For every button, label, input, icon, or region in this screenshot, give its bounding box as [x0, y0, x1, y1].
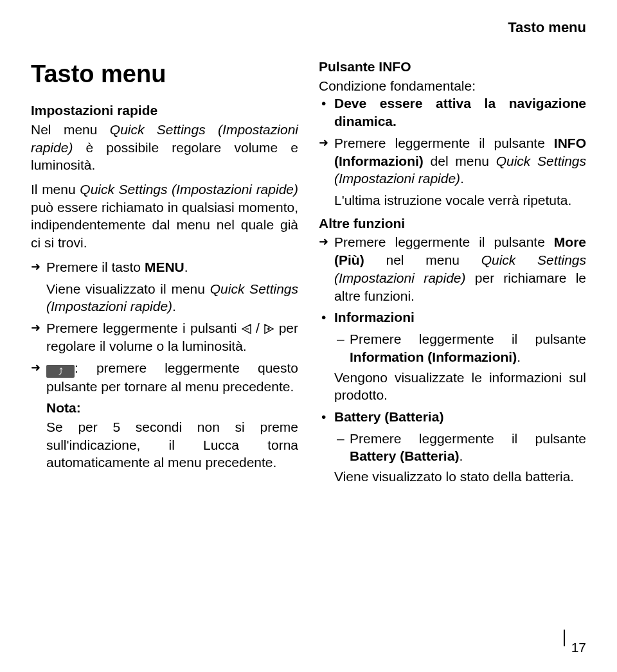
information-button-label: Information (Informazioni) — [350, 349, 517, 364]
text: Premere leggermente il pulsante — [350, 332, 586, 346]
arrow-icon: ➜ — [31, 362, 40, 373]
text: Premere leggermente il pulsante — [350, 431, 586, 446]
subhead-pulsante-info: Pulsante INFO — [319, 58, 586, 76]
page-number: 17 — [571, 637, 586, 655]
running-header: Tasto menu — [508, 19, 586, 36]
text: Viene visualizzato il menu — [46, 281, 210, 296]
text: Premere leggermente il pulsante — [334, 136, 554, 150]
arrow-icon: ➜ — [31, 322, 40, 333]
left-column: Tasto menu Impostazioni rapide Nel menu … — [31, 58, 298, 490]
condition-label: Condizione fondamentale: — [319, 77, 586, 95]
subhead-altre-funzioni: Altre funzioni — [319, 215, 586, 233]
text: Premere leggermente i pulsanti — [46, 321, 242, 335]
action-press-back: ➜ ⤴: premere leggermente questo pulsante… — [31, 359, 298, 396]
result-voice-repeat: L'ultima istruzione vocale verrà ripetut… — [319, 191, 586, 209]
battery-button-label: Battery (Batteria) — [350, 448, 459, 463]
bullet-informazioni: Informazioni — [319, 308, 586, 326]
sub-informazioni-result: Vengono visualizzate le informazioni sul… — [319, 369, 586, 404]
action-press-info: ➜ Premere leggermente il pulsante INFO (… — [319, 134, 586, 188]
text: / — [251, 321, 265, 335]
subhead-quick-settings: Impostazioni rapide — [31, 102, 298, 119]
text: . — [517, 349, 521, 364]
action-press-arrow-keys: ➜ Premere leggermente i pulsanti / per r… — [31, 319, 298, 355]
informazioni-label: Informazioni — [334, 310, 415, 324]
sub-informazioni-action: Premere leggermente il pulsante Informat… — [319, 330, 586, 366]
text: Premere il tasto — [46, 260, 145, 274]
intro-paragraph-2: Il menu Quick Settings (Impostazioni rap… — [31, 181, 298, 252]
triangle-left-minus-icon — [242, 324, 251, 334]
text: . — [172, 299, 176, 314]
page-title: Tasto menu — [31, 58, 298, 90]
page: Tasto menu Tasto menu Impostazioni rapid… — [0, 0, 617, 672]
sub-battery-action: Premere leggermente il pulsante Battery … — [319, 430, 586, 465]
condition-bullet: Deve essere attiva la navigazione dinami… — [319, 94, 586, 130]
action-press-more: ➜ Premere leggermente il pulsante More (… — [319, 233, 586, 305]
sub-battery-result: Viene visualizzato lo stato della batter… — [319, 468, 586, 486]
note-body: Se per 5 secondi non si preme sull'indic… — [31, 418, 298, 472]
right-column: Pulsante INFO Condizione fondamentale: D… — [319, 58, 586, 490]
content: Tasto menu Impostazioni rapide Nel menu … — [31, 23, 586, 490]
note-label: Nota: — [31, 399, 298, 417]
arrow-icon: ➜ — [319, 137, 328, 148]
arrow-icon: ➜ — [31, 261, 40, 272]
text: . — [460, 171, 464, 186]
bullet-battery: Battery (Batteria) — [319, 408, 586, 426]
result-quick-settings-shown: Viene visualizzato il menu Quick Setting… — [31, 280, 298, 315]
menu-key-label: MENU — [145, 260, 184, 274]
text: Nel menu — [31, 122, 110, 137]
back-button-icon: ⤴ — [46, 365, 75, 378]
battery-label: Battery (Batteria) — [334, 409, 443, 424]
text: del menu — [424, 154, 496, 168]
action-press-menu: ➜ Premere il tasto MENU. — [31, 258, 298, 276]
text: . — [184, 260, 188, 274]
term-quick-settings: Quick Settings (Impostazioni rapide) — [80, 182, 298, 197]
text: nel menu — [364, 252, 481, 267]
arrow-icon: ➜ — [319, 236, 328, 247]
intro-paragraph-1: Nel menu Quick Settings (Impostazioni ra… — [31, 121, 298, 174]
condition-text: Deve essere attiva la navigazione dinami… — [334, 96, 586, 128]
text: : premere leggermente questo pulsante pe… — [46, 360, 298, 394]
triangle-right-plus-icon — [264, 324, 274, 334]
text: Il menu — [31, 182, 80, 197]
text: . — [459, 448, 463, 463]
text: Premere leggermente il pulsante — [334, 234, 554, 249]
text: può essere richiamato in qualsiasi momen… — [31, 200, 298, 250]
